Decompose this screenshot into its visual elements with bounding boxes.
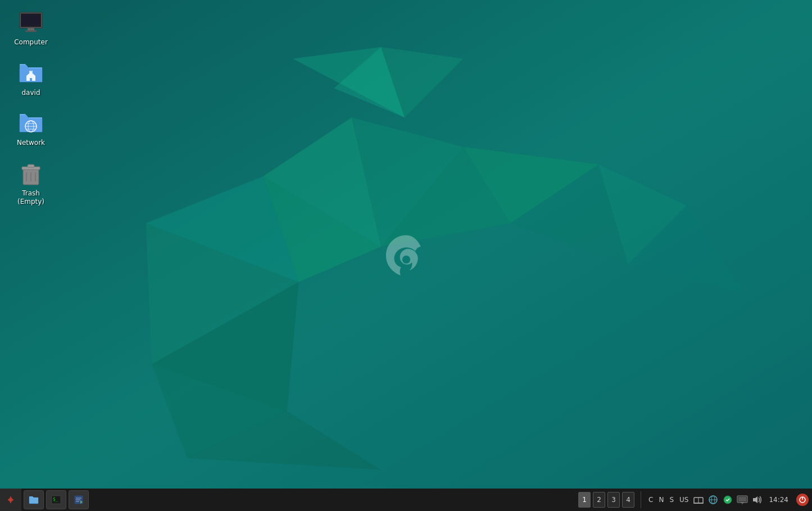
- workspace-4-button[interactable]: 4: [622, 492, 634, 508]
- system-clock[interactable]: 14:24: [765, 496, 792, 504]
- taskbar-windows: $_: [21, 489, 574, 511]
- keyboard-layout-s[interactable]: S: [668, 496, 675, 504]
- desktop-icon-network[interactable]: Network: [6, 106, 56, 151]
- home-folder-icon: [17, 60, 44, 86]
- system-tray: C N S US: [643, 489, 812, 511]
- svg-marker-54: [753, 496, 757, 503]
- network-tray-icon[interactable]: [692, 494, 705, 506]
- workspace-1-button[interactable]: 1: [578, 492, 591, 508]
- taskbar-file-manager[interactable]: [24, 490, 44, 509]
- trash-icon-label: Trash (Empty): [17, 189, 44, 207]
- svg-rect-31: [28, 165, 34, 167]
- network-folder-icon-label: Network: [17, 139, 45, 148]
- taskbar-terminal[interactable]: $_: [46, 490, 66, 509]
- update-status-tray-icon[interactable]: [722, 494, 734, 506]
- taskbar-separator: [641, 491, 641, 508]
- desktop-icon-david[interactable]: david: [6, 56, 56, 101]
- svg-text:$_: $_: [53, 497, 58, 502]
- network-folder-icon: [17, 110, 44, 136]
- svg-rect-51: [738, 497, 746, 501]
- app-menu-button[interactable]: [0, 489, 21, 511]
- workspace-switcher: 1 2 3 4: [574, 492, 638, 508]
- svg-rect-19: [28, 28, 34, 30]
- debian-swirl-logo: [384, 233, 429, 278]
- desktop: Computer david: [0, 0, 812, 511]
- taskbar: $_ 1 2 3 4: [0, 489, 812, 511]
- desktop-icon-trash[interactable]: Trash (Empty): [6, 157, 56, 210]
- keyboard-layout-us[interactable]: US: [678, 496, 690, 504]
- svg-rect-21: [21, 14, 40, 26]
- power-button[interactable]: [796, 494, 809, 506]
- volume-tray-icon[interactable]: [751, 494, 763, 506]
- computer-icon: [17, 9, 44, 36]
- desktop-icon-computer[interactable]: Computer: [6, 6, 56, 51]
- display-tray-icon[interactable]: [736, 494, 749, 506]
- keyboard-layout-c[interactable]: C: [647, 496, 655, 504]
- svg-rect-23: [29, 71, 33, 73]
- computer-icon-label: Computer: [14, 38, 48, 47]
- trash-icon: [17, 160, 44, 187]
- home-folder-icon-label: david: [21, 89, 40, 98]
- svg-rect-20: [25, 30, 37, 32]
- desktop-icons-area: Computer david: [6, 6, 56, 210]
- keyboard-layout-n[interactable]: N: [657, 496, 665, 504]
- workspace-2-button[interactable]: 2: [593, 492, 605, 508]
- network-globe-tray-icon[interactable]: [707, 494, 719, 506]
- workspace-3-button[interactable]: 3: [607, 492, 620, 508]
- taskbar-editor[interactable]: [69, 490, 89, 509]
